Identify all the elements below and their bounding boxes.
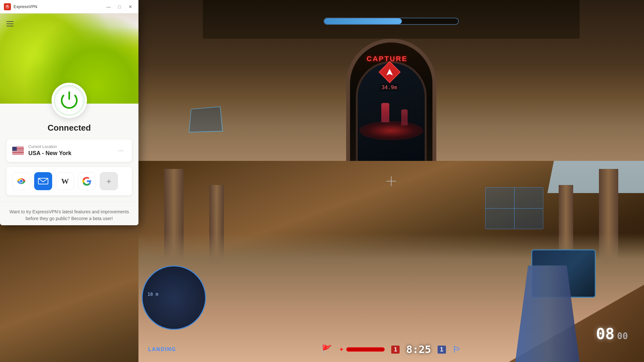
vpn-header [0, 14, 138, 104]
chrome-shortcut[interactable] [12, 172, 30, 190]
svg-point-4 [20, 180, 23, 183]
expressvpn-window: ExpressVPN — □ ✕ Connected [0, 0, 138, 225]
health-bar [346, 347, 385, 352]
enemy-character-2 [401, 109, 408, 125]
chrome-icon [15, 175, 27, 187]
ammo-counter: 08 00 [596, 325, 628, 343]
minimap: 18 m [142, 265, 206, 330]
mail-icon [38, 177, 48, 185]
beta-description-text: Want to try ExpressVPN's latest features… [6, 209, 132, 222]
title-bar-logo: ExpressVPN [4, 3, 104, 10]
hamburger-menu-button[interactable] [5, 18, 16, 30]
add-shortcut-button[interactable]: + [100, 172, 118, 190]
location-card[interactable]: Current Location USA - New York ··· [6, 139, 132, 162]
google-shortcut[interactable] [78, 172, 96, 190]
flag-marker [382, 64, 398, 84]
hamburger-line-1 [6, 21, 14, 22]
scope-vertical-line [514, 188, 515, 229]
power-button-container [52, 83, 87, 118]
minimap-label: LANDING [148, 347, 176, 352]
title-bar: ExpressVPN — □ ✕ [0, 0, 138, 14]
power-line-icon [69, 91, 70, 100]
mail-shortcut[interactable] [34, 172, 52, 190]
power-button[interactable] [55, 86, 84, 115]
app-shortcuts: W + [6, 167, 132, 195]
title-bar-text: ExpressVPN [14, 4, 37, 9]
minimap-distance: 18 m [147, 292, 158, 297]
ammo-reserve: 00 [617, 331, 628, 341]
flag-diamond [379, 61, 401, 83]
health-icon: ✦ [339, 346, 344, 353]
hamburger-line-2 [6, 23, 14, 24]
health-bar-container: ✦ [339, 346, 385, 353]
location-info: Current Location USA - New York [28, 144, 111, 157]
wikipedia-shortcut[interactable]: W [56, 172, 74, 190]
add-icon: + [106, 176, 111, 186]
connection-status-text: Connected [0, 123, 138, 133]
close-button[interactable]: ✕ [126, 3, 135, 10]
usa-flag-icon [12, 147, 24, 154]
enemy-character-1 [381, 103, 389, 122]
red-score: 1 [391, 346, 400, 354]
flag-icon [386, 69, 393, 75]
blue-score: 1 [438, 346, 446, 354]
hamburger-line-3 [6, 26, 14, 26]
minimize-button[interactable]: — [104, 3, 113, 10]
power-icon [60, 91, 79, 110]
beta-section: Want to try ExpressVPN's latest features… [0, 202, 138, 225]
ammo-main: 08 [596, 325, 615, 343]
vpn-body: Connected Current Location USA - New Yor… [0, 104, 138, 225]
capture-label: CAPTURE [367, 55, 408, 63]
location-name: USA - New York [28, 150, 111, 157]
google-icon [82, 176, 92, 186]
join-beta-link[interactable]: Join beta program [51, 225, 88, 225]
maximize-button[interactable]: □ [115, 3, 124, 10]
holographic-map [189, 107, 223, 133]
wikipedia-icon-text: W [61, 177, 69, 186]
scope-lines [486, 188, 543, 229]
arch-center [330, 26, 452, 161]
distance-label: 34.9m [380, 84, 399, 91]
flag-icon-red: 🚩 [321, 344, 332, 355]
scope-display [485, 187, 543, 229]
progress-bar-fill [324, 18, 402, 24]
crosshair [386, 176, 396, 186]
capture-progress-bar [324, 18, 459, 25]
expressvpn-logo-icon [4, 3, 11, 10]
hud-bottom: 🚩 ✦ 1 8:25 1 🏳 [138, 343, 644, 356]
flag-icon-blue: 🏳 [452, 344, 461, 355]
game-scene: CAPTURE 34.9m 🚩 [138, 0, 644, 362]
location-more-button[interactable]: ··· [115, 145, 126, 156]
title-bar-controls: — □ ✕ [104, 3, 135, 10]
red-glow [359, 121, 423, 140]
location-label: Current Location [28, 144, 111, 149]
game-timer: 8:25 [406, 343, 431, 356]
